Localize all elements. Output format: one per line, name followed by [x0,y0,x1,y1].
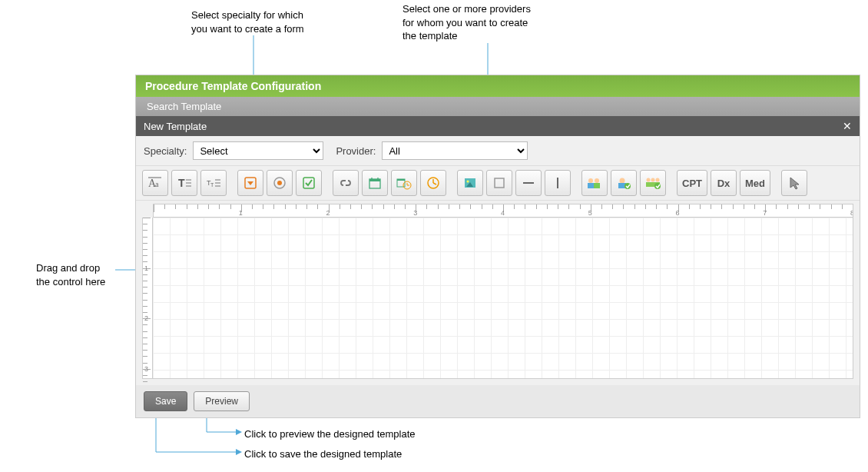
annotation-specialty: Select specialty for which you want to c… [191,8,360,35]
ruler-horizontal: // populated below 12345678 [153,204,853,218]
image-tool-icon[interactable] [457,170,483,196]
provider-select[interactable]: All [382,141,528,160]
svg-point-47 [588,178,593,183]
canvas-area: // populated below 12345678 123 [136,201,860,385]
form-row: Specialty: Select Provider: All [136,136,860,166]
cpt-tool-button[interactable]: CPT [677,170,707,196]
new-template-bar: New Template ✕ [136,116,860,136]
svg-rect-49 [588,183,594,188]
svg-rect-30 [369,179,380,181]
svg-line-40 [433,183,436,184]
label-tool-icon[interactable]: Aa [142,170,168,196]
calendar-tool-icon[interactable] [362,170,388,196]
svg-point-54 [647,178,651,182]
textbox-tool-icon[interactable]: T [171,170,197,196]
box-tool-icon[interactable] [486,170,512,196]
svg-marker-59 [790,178,799,189]
preview-button[interactable]: Preview [194,391,250,411]
svg-point-42 [467,181,469,183]
svg-rect-44 [495,178,504,188]
dropdown-tool-icon[interactable] [237,170,263,196]
svg-text:T: T [178,177,185,189]
svg-point-48 [595,178,599,183]
vline-tool-icon[interactable] [545,170,571,196]
dx-tool-button[interactable]: Dx [711,170,737,196]
search-template-bar[interactable]: Search Template [136,97,860,116]
time-tool-icon[interactable] [420,170,446,196]
svg-point-51 [620,178,625,184]
app-window: Procedure Template Configuration Search … [135,75,860,418]
radio-tool-icon[interactable] [267,170,293,196]
new-template-label: New Template [144,121,207,132]
provider-label: Provider: [336,145,376,157]
textarea-tool-icon[interactable]: TT [200,170,227,196]
svg-marker-25 [247,181,253,185]
annotation-save: Click to save the designed template [244,447,402,461]
pointer-tool-icon[interactable] [781,170,807,196]
close-icon[interactable]: ✕ [843,120,852,132]
staff-tool-icon[interactable] [581,170,608,196]
group-tool-icon[interactable] [640,170,666,196]
svg-text:a: a [155,180,159,188]
design-canvas[interactable] [153,218,853,379]
specialty-select[interactable]: Select [193,141,323,160]
toolbar: Aa T TT [136,166,860,201]
svg-marker-8 [236,429,242,435]
svg-text:T: T [210,182,214,188]
svg-point-56 [656,178,660,182]
svg-point-55 [651,178,655,182]
footer: Save Preview [136,385,860,417]
annotation-provider: Select one or more providers for whom yo… [403,2,579,43]
provider-tool-icon[interactable] [611,170,637,196]
ruler-vertical: 123 [142,218,153,379]
svg-rect-50 [594,183,600,188]
datetime-tool-icon[interactable] [391,170,417,196]
specialty-label: Specialty: [144,145,187,157]
link-tool-icon[interactable] [333,170,359,196]
annotation-dragdrop: Drag and drop the control here [36,261,128,288]
window-title: Procedure Template Configuration [136,75,860,97]
svg-rect-34 [397,179,405,181]
hline-tool-icon[interactable] [515,170,542,196]
svg-marker-11 [236,449,242,455]
checkbox-tool-icon[interactable] [296,170,322,196]
med-tool-button[interactable]: Med [740,170,770,196]
save-button[interactable]: Save [144,391,187,411]
annotation-preview: Click to preview the designed template [244,427,416,441]
svg-point-27 [277,181,282,185]
